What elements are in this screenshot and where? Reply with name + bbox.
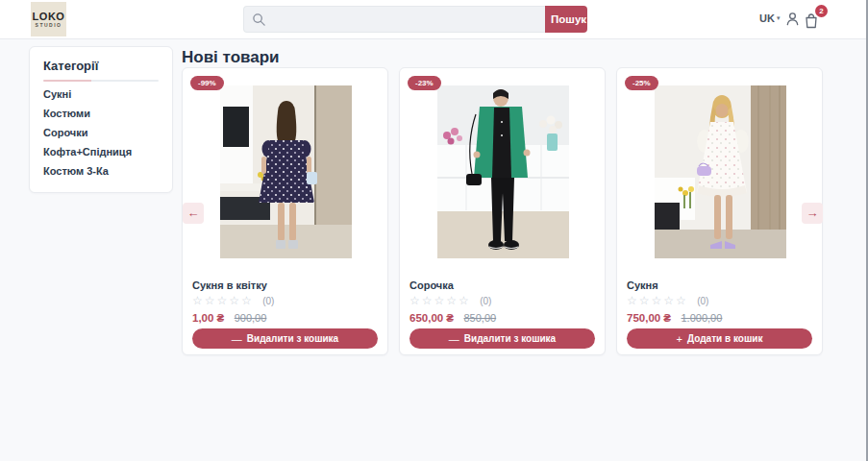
logo-text: LOKO [33,12,65,22]
product-title[interactable]: Сукня [627,279,658,291]
product-title[interactable]: Сорочка [409,279,454,291]
product-photo-dress-polka [220,85,352,258]
product-image[interactable] [655,85,786,258]
old-price: 1.000,00 [682,312,723,324]
search-input[interactable] [273,7,541,32]
categories-sidebar: Категорії Сукні Костюми Сорочки Кофта+Сп… [29,46,173,193]
page-title: Нові товари [182,48,280,67]
logo[interactable]: LOKO STUDIO [31,2,66,36]
discount-badge: -25% [625,76,658,90]
minus-icon: — [449,334,459,344]
product-title[interactable]: Сукня в квітку [192,279,267,291]
discount-badge: -99% [190,76,224,90]
sidebar-item-kostyum-3ka[interactable]: Костюм 3-Ка [43,161,159,181]
chevron-down-icon: ▾ [777,14,781,22]
product-rating: ☆☆☆☆☆ (0) [627,294,708,308]
remove-from-cart-button[interactable]: — Видалити з кошика [192,328,378,349]
product-rating: ☆☆☆☆☆ (0) [409,294,491,308]
plus-icon: + [677,334,682,344]
discount-badge: -23% [408,76,441,90]
logo-subtext: STUDIO [36,22,62,28]
sidebar-item-kostyumy[interactable]: Костюми [43,104,159,123]
sidebar-divider [43,80,159,82]
sidebar-title: Категорії [43,59,159,73]
category-list: Сукні Костюми Сорочки Кофта+Спідниця Кос… [43,85,159,181]
star-icons: ☆☆☆☆☆ [627,294,688,307]
star-icons: ☆☆☆☆☆ [409,294,471,307]
remove-from-cart-button[interactable]: — Видалити з кошика [409,328,595,349]
cart-count-badge: 2 [815,5,828,17]
minus-icon: — [232,334,242,344]
product-card[interactable]: -23% [399,67,606,355]
product-photo-green-shirt [437,85,569,258]
current-price: 650,00 ₴ [409,312,454,324]
arrow-left-icon: ← [187,206,200,220]
sidebar-item-sorochky[interactable]: Сорочки [43,123,159,142]
current-price: 750,00 ₴ [627,312,671,324]
carousel-prev-button[interactable]: ← [183,203,204,224]
button-label: Додати в кошик [687,333,762,344]
current-price: 1,00 ₴ [192,312,224,324]
page: LOKO STUDIO Пошук UK ▾ [0,0,868,461]
sidebar-item-sukni[interactable]: Сукні [43,85,159,104]
search-button[interactable]: Пошук [545,6,587,33]
cart-button[interactable]: 2 [804,11,823,30]
add-to-cart-button[interactable]: + Додати в кошик [627,328,812,349]
product-rating: ☆☆☆☆☆ (0) [192,294,274,308]
product-price-row: 750,00 ₴ 1.000,00 [627,310,722,325]
button-label: Видалити з кошика [247,333,338,344]
old-price: 900,00 [235,312,267,324]
search-icon [252,12,266,27]
old-price: 850,00 [464,312,497,324]
product-price-row: 650,00 ₴ 850,00 [409,310,496,325]
language-label: UK [759,12,775,24]
product-price-row: 1,00 ₴ 900,00 [192,310,266,325]
search-bar: Пошук [243,6,587,33]
header: LOKO STUDIO Пошук UK ▾ [0,0,868,39]
button-label: Видалити з кошика [464,333,556,344]
rating-count: (0) [697,296,708,306]
product-image[interactable] [437,85,569,258]
product-card[interactable]: -99% [182,67,388,355]
arrow-right-icon: → [806,206,819,220]
language-selector[interactable]: UK ▾ [759,12,780,24]
carousel-next-button[interactable]: → [802,203,823,224]
rating-count: (0) [480,296,491,306]
rating-count: (0) [262,296,274,306]
search-box [243,6,545,33]
product-photo-white-dress [655,85,786,258]
product-card[interactable]: -25% [616,67,823,355]
product-image[interactable] [220,85,352,258]
sidebar-item-kofta-spidnytsya[interactable]: Кофта+Спідниця [43,142,159,161]
star-icons: ☆☆☆☆☆ [192,294,254,307]
user-icon[interactable] [784,11,801,27]
